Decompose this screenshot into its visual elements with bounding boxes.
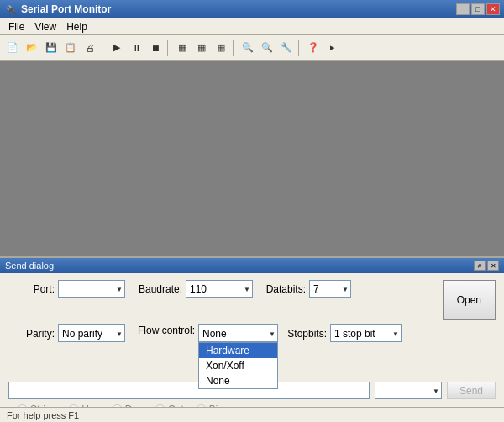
app-window: 🔌 Serial Port Monitor _ □ ✕ File View He…: [0, 0, 504, 422]
port-select[interactable]: [58, 280, 125, 298]
flow-control-option-hardware[interactable]: Hardware: [199, 343, 277, 358]
separator-1: [102, 40, 105, 56]
copy-button[interactable]: 📋: [61, 39, 80, 57]
parity-label: Parity:: [8, 328, 55, 340]
send-select[interactable]: [375, 382, 442, 399]
stop-button[interactable]: ⏹: [146, 39, 165, 57]
title-bar-controls: _ □ ✕: [456, 3, 500, 15]
separator-4: [298, 40, 302, 56]
status-bar: For help press F1: [0, 407, 504, 422]
stopbits-label: Stopbits:: [285, 328, 327, 340]
port-label: Port:: [8, 283, 55, 295]
flow-control-select-wrapper: None: [198, 324, 278, 342]
menu-view[interactable]: View: [29, 20, 61, 34]
baudrate-select[interactable]: 110: [186, 280, 253, 298]
new-button[interactable]: 📄: [3, 39, 22, 57]
separator-2: [167, 40, 171, 56]
flow-control-select[interactable]: None: [198, 324, 278, 342]
send-dialog-pin-button[interactable]: #: [474, 261, 486, 271]
filter-button[interactable]: 🔍: [239, 39, 257, 57]
baudrate-select-wrapper: 110: [186, 280, 253, 298]
app-icon: 🔌: [4, 3, 18, 16]
minimize-button[interactable]: _: [456, 3, 470, 15]
send-button[interactable]: Send: [447, 382, 496, 399]
separator-3: [233, 40, 236, 56]
help-button[interactable]: ❓: [304, 39, 323, 57]
stopbits-select-wrapper: 1 stop bit: [330, 324, 402, 342]
menu-bar: File View Help: [0, 18, 504, 35]
flow-control-option-xonxoff[interactable]: Xon/Xoff: [199, 358, 277, 373]
databits-select-wrapper: 7: [309, 280, 351, 298]
send-dialog-title: Send dialog: [5, 261, 54, 271]
grid-button-2[interactable]: ▦: [192, 39, 211, 57]
open-file-button[interactable]: 📂: [23, 39, 41, 57]
title-bar-text: Serial Port Monitor: [21, 3, 456, 15]
settings-button[interactable]: 🔧: [277, 39, 296, 57]
send-dialog: Send dialog # ✕ Port: Baudrate:: [0, 256, 504, 422]
save-button[interactable]: 💾: [42, 39, 60, 57]
databits-label: Databits:: [260, 283, 306, 295]
grid-button-3[interactable]: ▦: [212, 39, 230, 57]
send-dialog-controls: # ✕: [474, 261, 499, 271]
send-dialog-close-button[interactable]: ✕: [487, 261, 499, 271]
pause-button[interactable]: ⏸: [127, 39, 145, 57]
stopbits-select[interactable]: 1 stop bit: [330, 324, 402, 342]
title-bar: 🔌 Serial Port Monitor _ □ ✕: [0, 0, 504, 18]
flow-control-dropdown: Hardware Xon/Xoff None: [198, 342, 278, 389]
flow-control-container: None Hardware Xon/Xoff None: [198, 324, 278, 342]
main-display-area: [0, 61, 504, 256]
search-button[interactable]: 🔍: [258, 39, 276, 57]
flow-control-option-none-item[interactable]: None: [199, 373, 277, 388]
status-text: For help press F1: [7, 410, 79, 420]
grid-button-1[interactable]: ▦: [173, 39, 192, 57]
send-dialog-title-bar: Send dialog # ✕: [0, 258, 504, 273]
send-select-wrapper: [375, 382, 442, 399]
open-button[interactable]: Open: [443, 280, 496, 320]
menu-file[interactable]: File: [3, 20, 29, 34]
close-button[interactable]: ✕: [486, 3, 500, 15]
parity-select[interactable]: No parity: [58, 324, 125, 342]
play-button[interactable]: ▶: [108, 39, 126, 57]
flow-control-label: Flow control:: [132, 324, 195, 336]
maximize-button[interactable]: □: [471, 3, 485, 15]
more-button[interactable]: ▸: [323, 39, 342, 57]
toolbar: 📄 📂 💾 📋 🖨 ▶ ⏸ ⏹ ▦ ▦ ▦ 🔍 🔍 🔧 ❓ ▸: [0, 35, 504, 61]
menu-help[interactable]: Help: [61, 20, 92, 34]
port-select-wrapper: [58, 280, 125, 298]
send-dialog-content: Port: Baudrate: 110: [0, 273, 504, 422]
parity-select-wrapper: No parity: [58, 324, 125, 342]
databits-select[interactable]: 7: [309, 280, 351, 298]
print-button[interactable]: 🖨: [81, 39, 99, 57]
baudrate-label: Baudrate:: [132, 283, 182, 295]
send-text-input[interactable]: [8, 382, 370, 399]
